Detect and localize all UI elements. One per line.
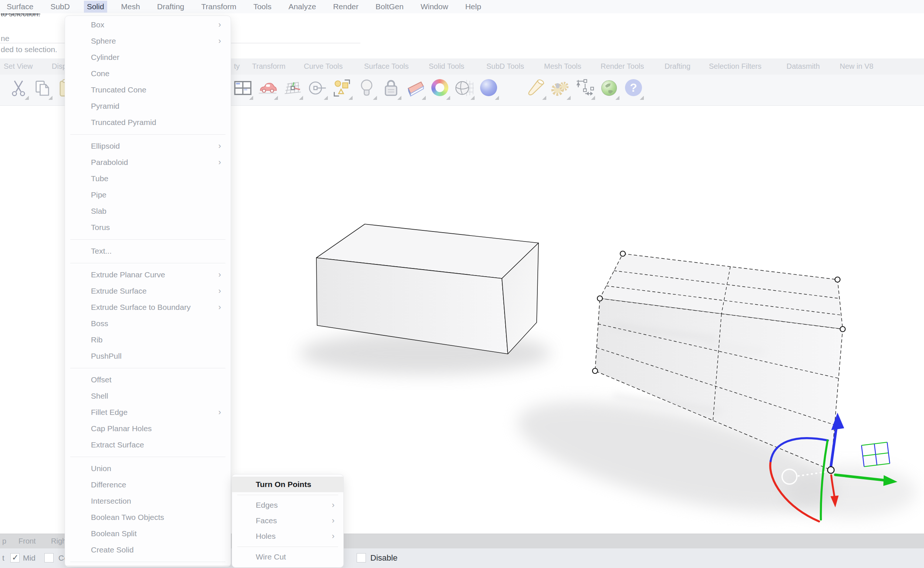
- submenu-item-faces[interactable]: Faces›: [232, 513, 344, 529]
- menu-item-extrude-planar-curve[interactable]: Extrude Planar Curve›: [65, 267, 231, 283]
- tab-surface-tools[interactable]: Surface Tools: [364, 62, 409, 71]
- menu-item-rib[interactable]: Rib: [65, 332, 231, 348]
- tab-render-tools[interactable]: Render Tools: [601, 62, 644, 71]
- tab-curve-tools[interactable]: Curve Tools: [304, 62, 343, 71]
- tab-set-view[interactable]: Set View: [4, 62, 33, 71]
- tab-datasmith[interactable]: Datasmith: [787, 62, 820, 71]
- submenu-item-wire-cut[interactable]: Wire Cut: [232, 549, 344, 565]
- menu-item-pipe[interactable]: Pipe: [65, 187, 231, 203]
- render-sphere-icon[interactable]: [478, 78, 500, 101]
- menu-subd[interactable]: SubD: [47, 1, 73, 12]
- menu-item-fillet-edge[interactable]: Fillet Edge›: [65, 404, 231, 420]
- menu-render[interactable]: Render: [330, 1, 362, 12]
- menu-item-create-solid[interactable]: Create Solid: [65, 542, 231, 558]
- menu-item-slab[interactable]: Slab: [65, 203, 231, 219]
- tab-transform[interactable]: Transform: [252, 62, 285, 71]
- osnap-label-t: t: [2, 554, 5, 562]
- menu-item-truncated-cone[interactable]: Truncated Cone: [65, 82, 231, 98]
- spotlight-icon[interactable]: [525, 78, 547, 101]
- viewport-tab-front[interactable]: Front: [18, 537, 36, 545]
- menu-item-difference[interactable]: Difference: [65, 477, 231, 493]
- menu-item-boolean-split[interactable]: Boolean Split: [65, 526, 231, 542]
- menu-surface[interactable]: Surface: [4, 1, 36, 12]
- tab-disp[interactable]: Disp: [52, 62, 66, 71]
- menu-analyze[interactable]: Analyze: [285, 1, 319, 12]
- menu-item-boss[interactable]: Boss: [65, 316, 231, 332]
- menu-boltgen[interactable]: BoltGen: [372, 1, 407, 12]
- menu-item-tube[interactable]: Tube: [65, 171, 231, 187]
- menu-item-shell[interactable]: Shell: [65, 388, 231, 404]
- tab-subd-tools[interactable]: SubD Tools: [486, 62, 524, 71]
- light-bulb-icon[interactable]: [356, 78, 378, 101]
- submenu-item-edges-label: Edges: [256, 501, 278, 509]
- menu-item-union[interactable]: Union: [65, 461, 231, 477]
- tab-drafting[interactable]: Drafting: [665, 62, 690, 71]
- submenu-item-wire-cut-label: Wire Cut: [256, 553, 286, 561]
- menu-item-torus[interactable]: Torus: [65, 219, 231, 236]
- viewport-tab-p[interactable]: p: [2, 537, 6, 545]
- menu-help[interactable]: Help: [462, 1, 484, 12]
- menu-item-boolean-two-objects[interactable]: Boolean Two Objects: [65, 509, 231, 526]
- cplane-grid-icon[interactable]: [282, 78, 304, 101]
- menu-window[interactable]: Window: [418, 1, 451, 12]
- chevron-right-icon: ›: [332, 516, 335, 526]
- menu-item-box[interactable]: Box›: [65, 17, 231, 33]
- menu-item-extrude-surface[interactable]: Extrude Surface›: [65, 283, 231, 299]
- tab-solid-tools[interactable]: Solid Tools: [429, 62, 464, 71]
- menu-item-pyramid-label: Pyramid: [91, 102, 119, 110]
- earth-globe-icon[interactable]: [598, 78, 620, 101]
- disable-checkbox[interactable]: [357, 553, 366, 562]
- gear-settings-icon[interactable]: [549, 78, 571, 101]
- chevron-right-icon: ›: [219, 408, 221, 417]
- chevron-right-icon: ›: [219, 141, 221, 151]
- menu-item-cylinder[interactable]: Cylinder: [65, 49, 231, 65]
- dimension-icon[interactable]: [574, 78, 596, 101]
- menu-item-boss-label: Boss: [91, 319, 108, 328]
- circle-center-icon[interactable]: [306, 78, 329, 101]
- submenu-item-turn-on-points[interactable]: Turn On Points: [232, 477, 344, 492]
- chevron-right-icon: ›: [332, 532, 335, 541]
- menu-item-pyramid[interactable]: Pyramid: [65, 98, 231, 114]
- help-icon[interactable]: ?: [623, 78, 645, 101]
- menu-separator: [65, 130, 231, 138]
- menu-item-extrude-surface-to-boundary[interactable]: Extrude Surface to Boundary›: [65, 299, 231, 316]
- color-wheel-icon[interactable]: [429, 78, 451, 101]
- osnap-checkbox[interactable]: [44, 553, 54, 562]
- menu-item-offset[interactable]: Offset: [65, 372, 231, 388]
- box-left[interactable]: [317, 224, 538, 354]
- menu-solid[interactable]: Solid: [84, 1, 107, 12]
- submenu-item-holes[interactable]: Holes›: [232, 529, 344, 544]
- menu-transform[interactable]: Transform: [199, 1, 240, 12]
- menu-item-ellipsoid[interactable]: Ellipsoid›: [65, 138, 231, 154]
- menu-item-intersection[interactable]: Intersection: [65, 493, 231, 509]
- menu-item-cylinder-label: Cylinder: [91, 53, 119, 62]
- osnap-checkbox[interactable]: [11, 553, 20, 562]
- menu-item-truncated-pyramid[interactable]: Truncated Pyramid: [65, 114, 231, 130]
- menu-mesh[interactable]: Mesh: [118, 1, 143, 12]
- menu-drafting[interactable]: Drafting: [154, 1, 187, 12]
- copy-icon[interactable]: [31, 78, 53, 101]
- menu-item-extract-surface[interactable]: Extract Surface: [65, 437, 231, 453]
- layer-cake-icon[interactable]: [404, 78, 427, 101]
- selection-shapes-icon[interactable]: [331, 78, 353, 101]
- menu-tools[interactable]: Tools: [250, 1, 274, 12]
- menu-item-cap-planar-holes[interactable]: Cap Planar Holes: [65, 420, 231, 437]
- tab-selection-filters[interactable]: Selection Filters: [709, 62, 761, 71]
- wire-sphere-icon[interactable]: [453, 78, 475, 101]
- cut-icon[interactable]: [8, 78, 30, 101]
- menu-item-cone[interactable]: Cone: [65, 65, 231, 82]
- named-view-car-icon[interactable]: [256, 78, 279, 101]
- tab-mesh-tools[interactable]: Mesh Tools: [544, 62, 581, 71]
- tab-ty[interactable]: ty: [234, 62, 240, 71]
- menu-item-pushpull[interactable]: PushPull: [65, 348, 231, 364]
- viewport-grid-icon[interactable]: [232, 78, 254, 101]
- menu-item-paraboloid[interactable]: Paraboloid›: [65, 154, 231, 171]
- lock-icon[interactable]: [380, 78, 402, 101]
- menu-item-difference-label: Difference: [91, 480, 126, 489]
- menu-item-solid-edit-tools[interactable]: Solid Edit Tools›: [65, 565, 231, 567]
- tab-new-in-v8[interactable]: New in V8: [840, 62, 873, 71]
- menu-item-text[interactable]: Text...: [65, 243, 231, 259]
- menu-item-ellipsoid-label: Ellipsoid: [91, 142, 120, 151]
- submenu-item-edges[interactable]: Edges›: [232, 497, 344, 513]
- menu-item-sphere[interactable]: Sphere›: [65, 33, 231, 49]
